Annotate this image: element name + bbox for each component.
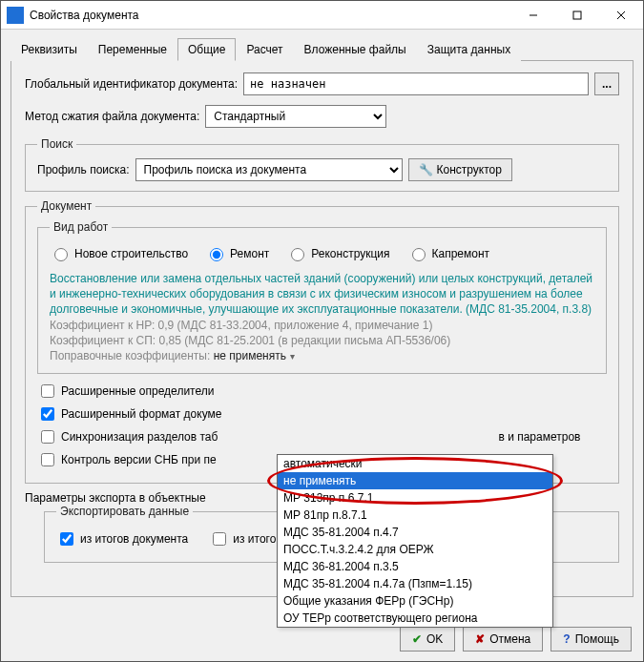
correction-select[interactable]: не применять bbox=[214, 349, 295, 362]
constructor-button[interactable]: 🔧 Конструктор bbox=[408, 158, 512, 181]
coef-sp: Коэффициент к СП: 0,85 (МДС 81-25.2001 (… bbox=[50, 333, 594, 348]
radio-capital-repair[interactable]: Капремонт bbox=[407, 245, 490, 261]
correction-label: Поправочные коэффициенты: bbox=[50, 349, 210, 362]
tab-zashchita-dannykh[interactable]: Защита данных bbox=[417, 38, 521, 61]
work-type-radios: Новое строительство Ремонт Реконструкция… bbox=[50, 241, 594, 265]
radio-new-construction[interactable]: Новое строительство bbox=[50, 245, 188, 261]
chk-extended-definers[interactable]: Расширенные определители bbox=[37, 382, 607, 401]
window: Свойства документа Реквизиты Переменные … bbox=[0, 0, 644, 662]
work-type-fieldset: Вид работ Новое строительство Ремонт Рек… bbox=[37, 220, 607, 374]
dropdown-option[interactable]: ПОСС.Т.ч.3.2.4.2 для ОЕРЖ bbox=[278, 541, 552, 558]
dropdown-option[interactable]: МР 81пр п.8.7.1 bbox=[278, 507, 552, 524]
tab-vlozhennye-faily[interactable]: Вложенные файлы bbox=[294, 38, 417, 61]
search-fieldset: Поиск Профиль поиска: Профиль поиска из … bbox=[25, 137, 619, 192]
compress-select[interactable]: Стандартный bbox=[205, 105, 386, 128]
ok-button[interactable]: ✔OK bbox=[400, 627, 455, 652]
minimize-button[interactable] bbox=[511, 1, 555, 30]
document-fieldset: Документ Вид работ Новое строительство Р… bbox=[25, 199, 619, 484]
compress-label: Метод сжатия файла документа: bbox=[25, 110, 199, 123]
document-legend: Документ bbox=[37, 199, 95, 213]
chk-from-document-totals[interactable]: из итогов документа bbox=[56, 529, 188, 548]
tab-page: Глобальный идентификатор документа: ... … bbox=[10, 61, 634, 597]
tab-rekvizity[interactable]: Реквизиты bbox=[10, 38, 88, 61]
radio-repair[interactable]: Ремонт bbox=[205, 245, 269, 261]
coef-nr: Коэффициент к НР: 0,9 (МДС 81-33.2004, п… bbox=[50, 318, 594, 333]
tab-raschet[interactable]: Расчет bbox=[236, 38, 293, 61]
work-type-legend: Вид работ bbox=[50, 220, 112, 234]
constructor-icon: 🔧 bbox=[419, 163, 433, 176]
gid-label: Глобальный идентификатор документа: bbox=[25, 77, 238, 91]
cross-icon: ✘ bbox=[475, 632, 485, 646]
profile-select[interactable]: Профиль поиска из документа bbox=[135, 158, 403, 181]
work-description: Восстановление или замена отдельных част… bbox=[50, 271, 594, 318]
chk-sync-sections[interactable]: Синхронизация разделов табв и параметров bbox=[37, 427, 607, 446]
dropdown-option[interactable]: Общие указания ФЕРр (ГЭСНр) bbox=[278, 592, 552, 610]
tab-obshchie[interactable]: Общие bbox=[177, 38, 236, 61]
cancel-button[interactable]: ✘Отмена bbox=[463, 627, 543, 652]
export-legend: Экспортировать данные bbox=[56, 505, 193, 518]
titlebar: Свойства документа bbox=[1, 1, 643, 30]
dropdown-option[interactable]: МДС 36-81.2004 п.3.5 bbox=[278, 558, 552, 575]
window-title: Свойства документа bbox=[30, 9, 511, 22]
dropdown-option[interactable]: ОУ ТЕРр соответствующего региона bbox=[278, 610, 552, 627]
radio-reconstruction[interactable]: Реконструкция bbox=[286, 245, 389, 261]
constructor-label: Конструктор bbox=[437, 163, 502, 176]
dropdown-option[interactable]: автоматически bbox=[278, 455, 552, 472]
help-button[interactable]: ?Помощь bbox=[551, 627, 632, 652]
dropdown-option[interactable]: МДС 35-81.2004 п.4.7а (Пзпм=1.15) bbox=[278, 575, 552, 592]
question-icon: ? bbox=[563, 632, 570, 646]
dropdown-option-selected[interactable]: не применять bbox=[278, 472, 552, 489]
content-area: Реквизиты Переменные Общие Расчет Вложен… bbox=[1, 30, 643, 617]
gid-value bbox=[243, 72, 589, 95]
gid-browse-button[interactable]: ... bbox=[594, 72, 619, 95]
close-button[interactable] bbox=[599, 1, 643, 30]
dropdown-option[interactable]: МДС 35-81.2004 п.4.7 bbox=[278, 524, 552, 541]
search-legend: Поиск bbox=[37, 137, 76, 151]
maximize-button[interactable] bbox=[555, 1, 599, 30]
chk-extended-format[interactable]: Расширенный формат докуме bbox=[37, 404, 607, 424]
svg-rect-1 bbox=[573, 11, 581, 19]
correction-dropdown[interactable]: автоматически не применять МР 313пр п.6.… bbox=[277, 454, 553, 628]
check-icon: ✔ bbox=[412, 632, 422, 646]
app-icon bbox=[7, 7, 24, 24]
tab-strip: Реквизиты Переменные Общие Расчет Вложен… bbox=[10, 37, 634, 61]
correction-row: Поправочные коэффициенты: не применять bbox=[50, 348, 594, 363]
profile-label: Профиль поиска: bbox=[37, 163, 130, 176]
dropdown-option[interactable]: МР 313пр п.6.7.1 bbox=[278, 489, 552, 507]
tab-peremennye[interactable]: Переменные bbox=[88, 38, 177, 61]
